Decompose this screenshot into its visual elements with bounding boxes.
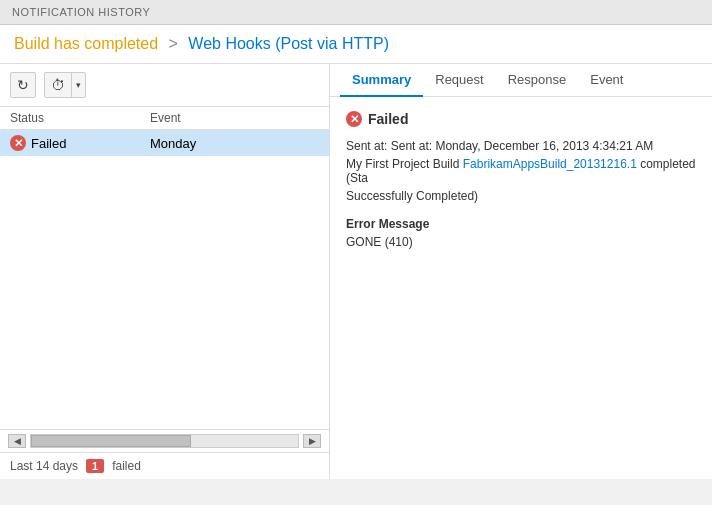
- tab-request-label: Request: [435, 72, 483, 87]
- tab-event-label: Event: [590, 72, 623, 87]
- scroll-bar-container: ◀ ▶: [0, 429, 329, 452]
- breadcrumb-part2: Web Hooks (Post via HTTP): [188, 35, 389, 52]
- toolbar: ↻ ⏱ ▾: [0, 64, 329, 107]
- detail-status-row: ✕ Failed: [346, 111, 696, 127]
- event-value: Monday: [150, 136, 196, 151]
- top-bar: NOTIFICATION HISTORY: [0, 0, 712, 25]
- bottom-bar: Last 14 days 1 failed: [0, 452, 329, 479]
- refresh-icon: ↻: [17, 77, 29, 93]
- breadcrumb-bar: Build has completed > Web Hooks (Post vi…: [0, 25, 712, 64]
- detail-msg-part3: Successfully Completed): [346, 189, 478, 203]
- breadcrumb-separator: >: [169, 35, 183, 52]
- breadcrumb-part1: Build has completed: [14, 35, 158, 52]
- dropdown-arrow-icon: ▾: [72, 76, 85, 94]
- error-message-value-text: GONE (410): [346, 235, 413, 249]
- detail-build-link[interactable]: FabrikamAppsBuild_20131216.1: [463, 157, 637, 171]
- detail-content: ✕ Failed Sent at: Sent at: Monday, Decem…: [330, 97, 712, 479]
- detail-error-icon: ✕: [346, 111, 362, 127]
- scroll-left-button[interactable]: ◀: [8, 434, 26, 448]
- failed-count-badge: 1: [86, 459, 104, 473]
- detail-sent-label: Sent at:: [346, 139, 391, 153]
- tab-summary[interactable]: Summary: [340, 64, 423, 97]
- detail-sent-value: Sent at: Monday, December 16, 2013 4:34:…: [391, 139, 654, 153]
- right-panel: Summary Request Response Event ✕ Failed …: [330, 64, 712, 479]
- detail-sent-line: Sent at: Sent at: Monday, December 16, 2…: [346, 139, 696, 153]
- main-content: ↻ ⏱ ▾ Status Event ✕ Failed Monday: [0, 64, 712, 479]
- event-cell: Monday: [150, 136, 319, 151]
- column-status-header: Status: [10, 111, 150, 125]
- top-bar-label: NOTIFICATION HISTORY: [12, 6, 150, 18]
- tab-response-label: Response: [508, 72, 567, 87]
- last-days-label: Last 14 days: [10, 459, 78, 473]
- tab-event[interactable]: Event: [578, 64, 635, 97]
- scroll-right-button[interactable]: ▶: [303, 434, 321, 448]
- tab-summary-label: Summary: [352, 72, 411, 87]
- detail-status-text: Failed: [368, 111, 408, 127]
- status-value: Failed: [31, 136, 66, 151]
- error-message-value: GONE (410): [346, 235, 696, 249]
- status-cell: ✕ Failed: [10, 135, 150, 151]
- table-body: ✕ Failed Monday: [0, 130, 329, 429]
- scroll-track: [30, 434, 299, 448]
- error-icon: ✕: [10, 135, 26, 151]
- scroll-thumb[interactable]: [31, 435, 191, 447]
- detail-msg-part1: My First Project Build: [346, 157, 463, 171]
- detail-message-line2: Successfully Completed): [346, 189, 696, 203]
- history-button-group[interactable]: ⏱ ▾: [44, 72, 86, 98]
- error-message-label-text: Error Message: [346, 217, 429, 231]
- column-event-header: Event: [150, 111, 319, 125]
- table-row[interactable]: ✕ Failed Monday: [0, 130, 329, 156]
- table-header: Status Event: [0, 107, 329, 130]
- refresh-button[interactable]: ↻: [10, 72, 36, 98]
- tabs-bar: Summary Request Response Event: [330, 64, 712, 97]
- detail-message-line: My First Project Build FabrikamAppsBuild…: [346, 157, 696, 185]
- scroll-left-icon: ◀: [14, 436, 21, 446]
- tab-request[interactable]: Request: [423, 64, 495, 97]
- left-panel: ↻ ⏱ ▾ Status Event ✕ Failed Monday: [0, 64, 330, 479]
- failed-label: failed: [112, 459, 141, 473]
- scroll-right-icon: ▶: [309, 436, 316, 446]
- error-message-label: Error Message: [346, 217, 696, 231]
- tab-response[interactable]: Response: [496, 64, 579, 97]
- history-icon: ⏱: [45, 73, 72, 97]
